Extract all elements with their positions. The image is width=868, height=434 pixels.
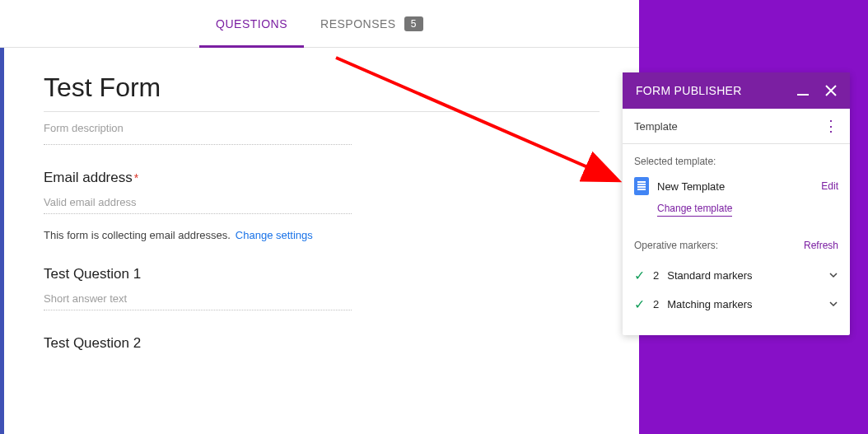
tab-responses[interactable]: RESPONSES 5 <box>304 0 440 48</box>
subheader-label: Template <box>634 120 678 133</box>
addon-content: Selected template: New Template Edit Cha… <box>623 144 850 335</box>
addon-header-actions <box>797 85 837 96</box>
matching-markers-row[interactable]: ✓ 2 Matching markers <box>634 290 838 319</box>
selected-template-label: Selected template: <box>634 156 838 167</box>
email-question: Email address* Valid email address This … <box>44 170 600 241</box>
form-editor: QUESTIONS RESPONSES 5 Test Form Form des… <box>0 0 639 434</box>
responses-count-badge: 5 <box>404 16 423 31</box>
change-settings-link[interactable]: Change settings <box>236 229 313 241</box>
matching-marker-label: Matching markers <box>667 298 752 310</box>
form-body: Test Form Form description Email address… <box>0 48 639 434</box>
standard-marker-label: Standard markers <box>667 269 752 282</box>
tab-questions[interactable]: QUESTIONS <box>199 0 304 48</box>
question-2: Test Question 2 <box>44 335 600 352</box>
question-1-title[interactable]: Test Question 1 <box>44 266 600 282</box>
standard-markers-left: ✓ 2 Standard markers <box>634 268 753 283</box>
svg-rect-0 <box>797 94 809 96</box>
check-icon: ✓ <box>634 268 645 283</box>
minimize-icon[interactable] <box>797 85 809 96</box>
email-label: Email address* <box>44 170 600 186</box>
check-icon: ✓ <box>634 296 645 312</box>
edit-template-link[interactable]: Edit <box>821 180 838 192</box>
tab-responses-label: RESPONSES <box>320 17 396 30</box>
google-doc-icon <box>634 177 649 195</box>
standard-markers-row[interactable]: ✓ 2 Standard markers <box>634 261 838 290</box>
chevron-down-icon <box>828 268 838 283</box>
standard-marker-count: 2 <box>653 269 659 282</box>
close-icon[interactable] <box>825 85 837 96</box>
kebab-menu-icon[interactable]: ⋮ <box>824 119 838 133</box>
addon-subheader: Template ⋮ <box>623 109 850 144</box>
email-input[interactable]: Valid email address <box>44 196 352 214</box>
tabs-bar: QUESTIONS RESPONSES 5 <box>0 0 639 48</box>
question-2-title[interactable]: Test Question 2 <box>44 335 600 352</box>
form-publisher-panel: FORM PUBLISHER Template ⋮ Selected templ… <box>623 72 850 335</box>
matching-markers-left: ✓ 2 Matching markers <box>634 296 753 312</box>
question-1-input[interactable]: Short answer text <box>44 292 352 310</box>
change-template-link[interactable]: Change template <box>657 203 732 217</box>
refresh-link[interactable]: Refresh <box>804 240 838 251</box>
form-description[interactable]: Form description <box>44 122 352 145</box>
addon-title: FORM PUBLISHER <box>636 84 742 97</box>
required-star-icon: * <box>134 171 138 184</box>
chevron-down-icon <box>828 297 838 312</box>
email-label-text: Email address <box>44 170 133 185</box>
template-info: New Template <box>634 177 725 195</box>
collecting-text: This form is collecting email addresses. <box>44 229 231 241</box>
markers-header: Operative markers: Refresh <box>634 240 838 251</box>
operative-markers-label: Operative markers: <box>634 240 718 251</box>
form-title[interactable]: Test Form <box>44 72 600 112</box>
question-1: Test Question 1 Short answer text <box>44 266 600 310</box>
markers-section: Operative markers: Refresh ✓ 2 Standard … <box>634 240 838 319</box>
addon-header: FORM PUBLISHER <box>623 72 850 109</box>
matching-marker-count: 2 <box>653 298 659 310</box>
email-collection-notice: This form is collecting email addresses.… <box>44 229 600 241</box>
template-name: New Template <box>657 180 725 193</box>
template-row: New Template Edit <box>634 177 838 195</box>
